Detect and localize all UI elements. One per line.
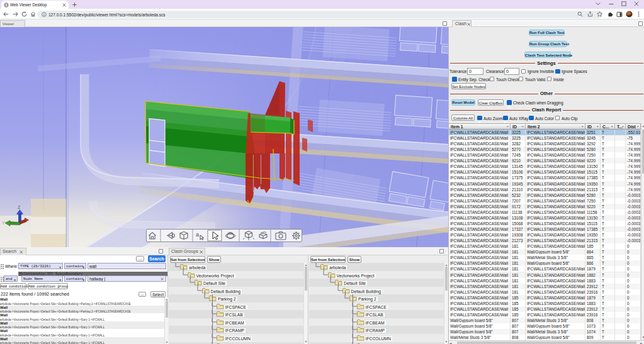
svg-text:a: a bbox=[196, 231, 199, 238]
svg-text:Y: Y bbox=[2, 221, 5, 225]
svg-text:Z: Z bbox=[18, 205, 21, 209]
